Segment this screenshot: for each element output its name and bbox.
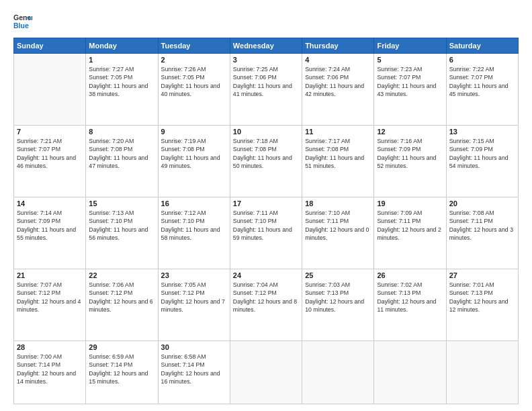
calendar-cell: 27Sunrise: 7:01 AMSunset: 7:13 PMDayligh… [446,269,518,341]
calendar-cell [374,341,446,404]
cell-day-number: 5 [377,56,443,64]
calendar-cell: 21Sunrise: 7:07 AMSunset: 7:12 PMDayligh… [14,269,86,341]
weekday-header-tuesday: Tuesday [158,38,230,54]
cell-info: Sunrise: 7:16 AMSunset: 7:09 PMDaylight:… [377,137,443,170]
calendar-cell: 6Sunrise: 7:22 AMSunset: 7:07 PMDaylight… [446,54,518,126]
cell-day-number: 27 [449,271,515,279]
calendar-cell: 16Sunrise: 7:12 AMSunset: 7:10 PMDayligh… [158,197,230,269]
weekday-header-friday: Friday [374,38,446,54]
cell-day-number: 18 [305,199,371,208]
cell-info: Sunrise: 6:58 AMSunset: 7:14 PMDaylight:… [161,353,227,385]
calendar-cell: 20Sunrise: 7:08 AMSunset: 7:11 PMDayligh… [446,197,518,269]
calendar-cell: 11Sunrise: 7:17 AMSunset: 7:08 PMDayligh… [302,126,374,197]
calendar-cell: 9Sunrise: 7:19 AMSunset: 7:08 PMDaylight… [158,126,230,197]
cell-day-number: 13 [449,128,515,136]
calendar-cell: 19Sunrise: 7:09 AMSunset: 7:11 PMDayligh… [374,197,446,269]
cell-info: Sunrise: 7:22 AMSunset: 7:07 PMDaylight:… [449,65,515,98]
cell-info: Sunrise: 7:21 AMSunset: 7:07 PMDaylight:… [17,137,83,170]
calendar-cell: 5Sunrise: 7:23 AMSunset: 7:07 PMDaylight… [374,54,446,126]
cell-info: Sunrise: 7:17 AMSunset: 7:08 PMDaylight:… [305,137,371,170]
cell-day-number: 22 [89,271,154,279]
cell-day-number: 23 [161,271,227,279]
calendar-cell: 25Sunrise: 7:03 AMSunset: 7:13 PMDayligh… [302,269,374,341]
week-row-3: 14Sunrise: 7:14 AMSunset: 7:09 PMDayligh… [14,197,519,269]
weekday-header-thursday: Thursday [302,38,374,54]
cell-day-number: 9 [161,128,227,136]
cell-info: Sunrise: 7:03 AMSunset: 7:13 PMDaylight:… [305,281,371,314]
calendar-cell: 14Sunrise: 7:14 AMSunset: 7:09 PMDayligh… [14,197,86,269]
cell-info: Sunrise: 7:07 AMSunset: 7:12 PMDaylight:… [17,281,83,314]
cell-day-number: 2 [161,56,227,64]
calendar-cell: 23Sunrise: 7:05 AMSunset: 7:12 PMDayligh… [158,269,230,341]
calendar-cell: 12Sunrise: 7:16 AMSunset: 7:09 PMDayligh… [374,126,446,197]
calendar-cell: 22Sunrise: 7:06 AMSunset: 7:12 PMDayligh… [86,269,158,341]
cell-day-number: 15 [89,199,154,208]
calendar-cell [14,54,86,126]
cell-day-number: 19 [377,199,443,208]
cell-info: Sunrise: 7:06 AMSunset: 7:12 PMDaylight:… [89,281,154,314]
cell-day-number: 25 [305,271,371,279]
cell-info: Sunrise: 7:14 AMSunset: 7:09 PMDaylight:… [17,209,83,242]
cell-day-number: 8 [89,128,154,136]
week-row-1: 1Sunrise: 7:27 AMSunset: 7:05 PMDaylight… [14,54,519,126]
calendar-cell: 30Sunrise: 6:58 AMSunset: 7:14 PMDayligh… [158,341,230,404]
calendar-table: SundayMondayTuesdayWednesdayThursdayFrid… [13,38,519,404]
weekday-header-sunday: Sunday [14,38,86,54]
calendar-cell: 15Sunrise: 7:13 AMSunset: 7:10 PMDayligh… [86,197,158,269]
cell-day-number: 12 [377,128,443,136]
cell-day-number: 20 [449,199,515,208]
cell-info: Sunrise: 7:12 AMSunset: 7:10 PMDaylight:… [161,209,227,242]
cell-day-number: 7 [17,128,83,136]
cell-info: Sunrise: 7:24 AMSunset: 7:06 PMDaylight:… [305,65,371,98]
calendar-cell: 3Sunrise: 7:25 AMSunset: 7:06 PMDaylight… [230,54,302,126]
calendar-cell [302,341,374,404]
weekday-header-row: SundayMondayTuesdayWednesdayThursdayFrid… [14,38,519,54]
week-row-2: 7Sunrise: 7:21 AMSunset: 7:07 PMDaylight… [14,126,519,197]
calendar-cell: 13Sunrise: 7:15 AMSunset: 7:09 PMDayligh… [446,126,518,197]
cell-info: Sunrise: 7:02 AMSunset: 7:13 PMDaylight:… [377,281,443,314]
calendar-cell: 24Sunrise: 7:04 AMSunset: 7:12 PMDayligh… [230,269,302,341]
cell-day-number: 30 [161,343,227,351]
calendar-cell [446,341,518,404]
header: General Blue [13,12,519,31]
cell-info: Sunrise: 7:27 AMSunset: 7:05 PMDaylight:… [89,65,154,98]
cell-info: Sunrise: 7:08 AMSunset: 7:11 PMDaylight:… [449,209,515,242]
logo: General Blue [13,12,32,31]
cell-info: Sunrise: 7:20 AMSunset: 7:08 PMDaylight:… [89,137,154,170]
cell-info: Sunrise: 7:26 AMSunset: 7:05 PMDaylight:… [161,65,227,98]
calendar-cell: 1Sunrise: 7:27 AMSunset: 7:05 PMDaylight… [86,54,158,126]
week-row-5: 28Sunrise: 7:00 AMSunset: 7:14 PMDayligh… [14,341,519,404]
cell-day-number: 1 [89,56,154,64]
cell-day-number: 11 [305,128,371,136]
cell-info: Sunrise: 7:25 AMSunset: 7:06 PMDaylight:… [233,65,299,98]
cell-day-number: 29 [89,343,154,351]
calendar-cell: 2Sunrise: 7:26 AMSunset: 7:05 PMDaylight… [158,54,230,126]
calendar-cell: 17Sunrise: 7:11 AMSunset: 7:10 PMDayligh… [230,197,302,269]
cell-day-number: 21 [17,271,83,279]
cell-info: Sunrise: 6:59 AMSunset: 7:14 PMDaylight:… [89,353,154,385]
calendar-cell: 8Sunrise: 7:20 AMSunset: 7:08 PMDaylight… [86,126,158,197]
cell-day-number: 3 [233,56,299,64]
calendar-cell: 4Sunrise: 7:24 AMSunset: 7:06 PMDaylight… [302,54,374,126]
cell-day-number: 4 [305,56,371,64]
cell-info: Sunrise: 7:19 AMSunset: 7:08 PMDaylight:… [161,137,227,170]
cell-info: Sunrise: 7:13 AMSunset: 7:10 PMDaylight:… [89,209,154,242]
cell-day-number: 28 [17,343,83,351]
cell-info: Sunrise: 7:05 AMSunset: 7:12 PMDaylight:… [161,281,227,314]
cell-day-number: 26 [377,271,443,279]
cell-info: Sunrise: 7:15 AMSunset: 7:09 PMDaylight:… [449,137,515,170]
calendar-cell: 28Sunrise: 7:00 AMSunset: 7:14 PMDayligh… [14,341,86,404]
cell-info: Sunrise: 7:10 AMSunset: 7:11 PMDaylight:… [305,209,371,242]
cell-day-number: 17 [233,199,299,208]
logo-icon: General Blue [13,12,32,31]
cell-info: Sunrise: 7:01 AMSunset: 7:13 PMDaylight:… [449,281,515,314]
calendar-cell: 7Sunrise: 7:21 AMSunset: 7:07 PMDaylight… [14,126,86,197]
calendar-cell: 29Sunrise: 6:59 AMSunset: 7:14 PMDayligh… [86,341,158,404]
calendar-cell: 10Sunrise: 7:18 AMSunset: 7:08 PMDayligh… [230,126,302,197]
cell-info: Sunrise: 7:00 AMSunset: 7:14 PMDaylight:… [17,353,83,385]
weekday-header-monday: Monday [86,38,158,54]
cell-day-number: 24 [233,271,299,279]
cell-info: Sunrise: 7:09 AMSunset: 7:11 PMDaylight:… [377,209,443,242]
cell-info: Sunrise: 7:11 AMSunset: 7:10 PMDaylight:… [233,209,299,242]
calendar-cell: 18Sunrise: 7:10 AMSunset: 7:11 PMDayligh… [302,197,374,269]
